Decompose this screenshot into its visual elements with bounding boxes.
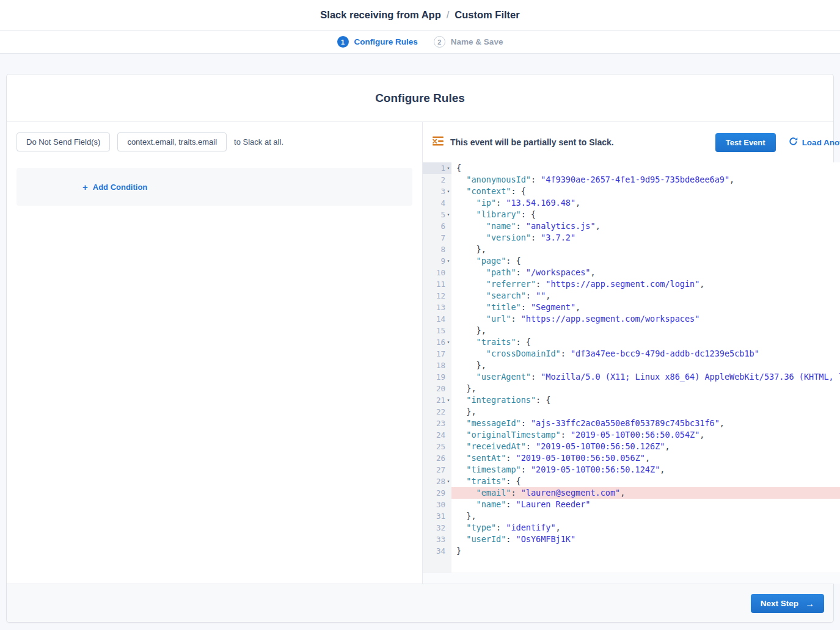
test-event-button[interactable]: Test Event — [715, 133, 776, 152]
editor-hscrollbar[interactable] — [423, 573, 840, 584]
editor-gutter-cell[interactable]: 1▾ — [423, 162, 451, 174]
editor-gutter-cell[interactable]: 31 — [423, 510, 451, 522]
rule-builder-panel: Do Not Send Field(s) context.email, trai… — [7, 122, 422, 584]
editor-line-13[interactable]: 13 "title": "Segment", — [423, 302, 840, 313]
refresh-icon — [789, 137, 798, 148]
editor-gutter-cell[interactable]: 20 — [423, 383, 451, 394]
editor-line-30[interactable]: 30 "name": "Lauren Reeder" — [423, 499, 840, 510]
editor-line-29[interactable]: 29 "email": "lauren@segment.com", — [423, 487, 840, 499]
editor-line-22[interactable]: 22 }, — [423, 406, 840, 418]
editor-gutter-cell[interactable]: 17 — [423, 348, 451, 360]
editor-line-1[interactable]: 1▾{ — [423, 162, 840, 174]
editor-line-33[interactable]: 33 "userId": "OsY6MFBj1K" — [423, 534, 840, 545]
fold-arrow-icon[interactable]: ▾ — [445, 255, 451, 267]
fold-arrow-icon[interactable]: ▾ — [445, 476, 451, 487]
editor-gutter-cell[interactable]: 11 — [423, 278, 451, 290]
editor-gutter-cell[interactable]: 6 — [423, 220, 451, 232]
editor-line-19[interactable]: 19 "userAgent": "Mozilla/5.0 (X11; Linux… — [423, 371, 840, 383]
editor-line-4[interactable]: 4 "ip": "13.54.169.48", — [423, 197, 840, 209]
fold-arrow-icon[interactable]: ▾ — [445, 394, 451, 406]
step-name-save[interactable]: 2 Name & Save — [434, 36, 503, 48]
line-number: 3 — [423, 186, 445, 197]
editor-line-21[interactable]: 21▾ "integrations": { — [423, 394, 840, 406]
editor-line-14[interactable]: 14 "url": "https://app.segment.com/works… — [423, 313, 840, 325]
editor-line-3[interactable]: 3▾ "context": { — [423, 186, 840, 197]
editor-gutter-cell[interactable]: 26 — [423, 452, 451, 464]
editor-gutter-cell[interactable]: 2 — [423, 174, 451, 186]
load-another-event-button[interactable]: Load Another Event — [789, 137, 840, 148]
editor-gutter-cell[interactable]: 3▾ — [423, 186, 451, 197]
editor-line-32[interactable]: 32 "type": "identify", — [423, 522, 840, 534]
editor-gutter-cell[interactable]: 23 — [423, 418, 451, 429]
editor-line-7[interactable]: 7 "version": "3.7.2" — [423, 232, 840, 244]
editor-line-2[interactable]: 2 "anonymousId": "4f9390ae-2657-4fe1-9d9… — [423, 174, 840, 186]
editor-gutter-cell[interactable]: 21▾ — [423, 394, 451, 406]
editor-gutter-cell[interactable]: 12 — [423, 290, 451, 302]
editor-gutter-cell[interactable]: 34 — [423, 545, 451, 557]
rule-type-button[interactable]: Do Not Send Field(s) — [16, 132, 110, 151]
event-status-text: This event will be partially sent to Sla… — [450, 137, 614, 147]
fold-arrow-icon[interactable]: ▾ — [445, 336, 451, 348]
editor-line-9[interactable]: 9▾ "page": { — [423, 255, 840, 267]
editor-line-5[interactable]: 5▾ "library": { — [423, 209, 840, 220]
editor-line-12[interactable]: 12 "search": "", — [423, 290, 840, 302]
fold-arrow-icon[interactable]: ▾ — [445, 162, 451, 174]
editor-line-27[interactable]: 27 "timestamp": "2019-05-10T00:56:50.124… — [423, 464, 840, 476]
editor-gutter-cell[interactable]: 19 — [423, 371, 451, 383]
editor-line-25[interactable]: 25 "receivedAt": "2019-05-10T00:56:50.12… — [423, 441, 840, 452]
rule-fields-button[interactable]: context.email, traits.email — [117, 132, 227, 151]
editor-line-10[interactable]: 10 "path": "/workspaces", — [423, 267, 840, 278]
editor-line-16[interactable]: 16▾ "traits": { — [423, 336, 840, 348]
editor-line-28[interactable]: 28▾ "traits": { — [423, 476, 840, 487]
json-editor[interactable]: 1▾{2 "anonymousId": "4f9390ae-2657-4fe1-… — [423, 162, 840, 573]
fold-arrow-icon[interactable]: ▾ — [445, 186, 451, 197]
add-condition-button[interactable]: + Add Condition — [82, 183, 147, 192]
next-step-button[interactable]: Next Step → — [751, 594, 824, 613]
editor-gutter-cell[interactable]: 16▾ — [423, 336, 451, 348]
breadcrumb-item-filter[interactable]: Custom Filter — [455, 9, 519, 21]
editor-gutter-cell[interactable]: 13 — [423, 302, 451, 313]
editor-gutter-cell[interactable]: 5▾ — [423, 209, 451, 220]
editor-gutter-cell[interactable]: 10 — [423, 267, 451, 278]
fold-arrow-icon[interactable]: ▾ — [445, 209, 451, 220]
editor-gutter-cell[interactable]: 22 — [423, 406, 451, 418]
editor-gutter-cell[interactable]: 7 — [423, 232, 451, 244]
editor-gutter-cell[interactable]: 33 — [423, 534, 451, 545]
line-number: 18 — [423, 360, 445, 371]
editor-line-11[interactable]: 11 "referrer": "https://app.segment.com/… — [423, 278, 840, 290]
editor-line-23[interactable]: 23 "messageId": "ajs-33ffc2ac0a550e8f053… — [423, 418, 840, 429]
editor-gutter-cell[interactable]: 27 — [423, 464, 451, 476]
editor-line-24[interactable]: 24 "originalTimestamp": "2019-05-10T00:5… — [423, 429, 840, 441]
editor-line-code: }, — [451, 244, 840, 255]
editor-gutter-cell[interactable]: 25 — [423, 441, 451, 452]
editor-line-15[interactable]: 15 }, — [423, 325, 840, 336]
editor-line-34[interactable]: 34} — [423, 545, 840, 557]
editor-line-31[interactable]: 31 }, — [423, 510, 840, 522]
editor-line-code: }, — [451, 383, 840, 394]
editor-gutter-cell[interactable]: 15 — [423, 325, 451, 336]
editor-line-18[interactable]: 18 }, — [423, 360, 840, 371]
editor-line-code: "type": "identify", — [451, 522, 840, 534]
editor-line-20[interactable]: 20 }, — [423, 383, 840, 394]
editor-line-code: "version": "3.7.2" — [451, 232, 840, 244]
editor-gutter-cell[interactable]: 29 — [423, 487, 451, 499]
editor-gutter-cell[interactable]: 4 — [423, 197, 451, 209]
editor-gutter-cell[interactable]: 28▾ — [423, 476, 451, 487]
editor-gutter-cell[interactable]: 9▾ — [423, 255, 451, 267]
editor-line-26[interactable]: 26 "sentAt": "2019-05-10T00:56:50.056Z", — [423, 452, 840, 464]
editor-gutter-cell[interactable]: 24 — [423, 429, 451, 441]
editor-gutter-cell[interactable]: 30 — [423, 499, 451, 510]
partial-event-filter-icon — [433, 136, 444, 148]
editor-gutter-cell[interactable]: 14 — [423, 313, 451, 325]
editor-line-6[interactable]: 6 "name": "analytics.js", — [423, 220, 840, 232]
editor-gutter-cell[interactable]: 18 — [423, 360, 451, 371]
breadcrumb-item-destination[interactable]: Slack receiving from App — [320, 9, 440, 21]
editor-line-8[interactable]: 8 }, — [423, 244, 840, 255]
editor-gutter-cell[interactable]: 8 — [423, 244, 451, 255]
line-number: 33 — [423, 534, 445, 545]
editor-line-code: "crossDomainId": "df3a47ee-bcc9-479d-add… — [451, 348, 840, 360]
editor-line-code: "name": "analytics.js", — [451, 220, 840, 232]
editor-gutter-cell[interactable]: 32 — [423, 522, 451, 534]
step-configure-rules[interactable]: 1 Configure Rules — [337, 36, 418, 48]
editor-line-17[interactable]: 17 "crossDomainId": "df3a47ee-bcc9-479d-… — [423, 348, 840, 360]
